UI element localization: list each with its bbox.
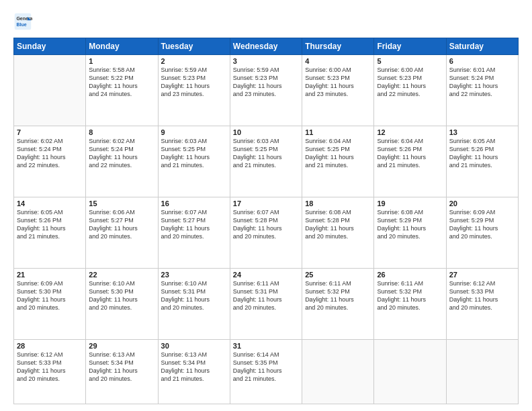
calendar-cell: 11Sunrise: 6:04 AMSunset: 5:25 PMDayligh… [302, 126, 374, 197]
calendar-day-header: Wednesday [230, 38, 302, 55]
day-info: Sunrise: 6:11 AMSunset: 5:31 PMDaylight:… [233, 279, 299, 312]
calendar-cell: 10Sunrise: 6:03 AMSunset: 5:25 PMDayligh… [230, 126, 302, 197]
calendar-week-row: 21Sunrise: 6:09 AMSunset: 5:30 PMDayligh… [14, 268, 519, 339]
day-info: Sunrise: 6:02 AMSunset: 5:24 PMDaylight:… [17, 137, 83, 170]
day-number: 25 [305, 271, 371, 279]
day-info: Sunrise: 6:05 AMSunset: 5:26 PMDaylight:… [449, 137, 515, 170]
calendar-day-header: Monday [86, 38, 158, 55]
day-number: 30 [161, 342, 227, 350]
day-info: Sunrise: 6:03 AMSunset: 5:25 PMDaylight:… [233, 137, 299, 170]
day-number: 29 [89, 342, 154, 350]
calendar-cell: 5Sunrise: 6:00 AMSunset: 5:23 PMDaylight… [374, 55, 446, 126]
logo: General Blue [13, 12, 36, 31]
svg-text:Blue: Blue [16, 22, 26, 27]
calendar-cell: 19Sunrise: 6:08 AMSunset: 5:29 PMDayligh… [374, 197, 446, 268]
day-info: Sunrise: 6:00 AMSunset: 5:23 PMDaylight:… [305, 66, 371, 99]
calendar-day-header: Friday [374, 38, 446, 55]
calendar-cell: 24Sunrise: 6:11 AMSunset: 5:31 PMDayligh… [230, 268, 302, 339]
day-info: Sunrise: 6:13 AMSunset: 5:34 PMDaylight:… [161, 351, 227, 383]
day-number: 6 [449, 57, 515, 65]
day-number: 28 [17, 342, 83, 350]
calendar-header-row: SundayMondayTuesdayWednesdayThursdayFrid… [14, 38, 519, 55]
day-number: 16 [161, 199, 227, 208]
calendar-cell: 4Sunrise: 6:00 AMSunset: 5:23 PMDaylight… [302, 55, 374, 126]
calendar-week-row: 1Sunrise: 5:58 AMSunset: 5:22 PMDaylight… [14, 55, 519, 126]
day-number: 7 [17, 128, 83, 136]
calendar-table: SundayMondayTuesdayWednesdayThursdayFrid… [13, 38, 519, 404]
day-info: Sunrise: 6:02 AMSunset: 5:24 PMDaylight:… [89, 137, 154, 170]
calendar-cell: 27Sunrise: 6:12 AMSunset: 5:33 PMDayligh… [446, 268, 518, 339]
day-number: 22 [89, 271, 154, 279]
calendar-cell: 31Sunrise: 6:14 AMSunset: 5:35 PMDayligh… [230, 339, 302, 404]
calendar-cell: 2Sunrise: 5:59 AMSunset: 5:23 PMDaylight… [158, 55, 230, 126]
calendar-cell: 25Sunrise: 6:11 AMSunset: 5:32 PMDayligh… [302, 268, 374, 339]
calendar-cell: 23Sunrise: 6:10 AMSunset: 5:31 PMDayligh… [158, 268, 230, 339]
day-info: Sunrise: 6:01 AMSunset: 5:24 PMDaylight:… [449, 66, 515, 99]
day-number: 12 [377, 128, 443, 136]
calendar-cell: 6Sunrise: 6:01 AMSunset: 5:24 PMDaylight… [446, 55, 518, 126]
calendar-cell: 22Sunrise: 6:10 AMSunset: 5:30 PMDayligh… [86, 268, 158, 339]
calendar-day-header: Sunday [14, 38, 86, 55]
calendar-cell [446, 339, 518, 404]
day-info: Sunrise: 6:07 AMSunset: 5:27 PMDaylight:… [161, 208, 227, 241]
calendar-cell: 7Sunrise: 6:02 AMSunset: 5:24 PMDaylight… [14, 126, 86, 197]
page: General Blue SundayMondayTuesdayWednesda… [0, 0, 532, 411]
day-info: Sunrise: 6:05 AMSunset: 5:26 PMDaylight:… [17, 208, 83, 241]
day-info: Sunrise: 6:11 AMSunset: 5:32 PMDaylight:… [377, 279, 443, 312]
day-info: Sunrise: 6:09 AMSunset: 5:30 PMDaylight:… [17, 279, 83, 312]
calendar-cell: 15Sunrise: 6:06 AMSunset: 5:27 PMDayligh… [86, 197, 158, 268]
calendar-cell [302, 339, 374, 404]
calendar-week-row: 7Sunrise: 6:02 AMSunset: 5:24 PMDaylight… [14, 126, 519, 197]
day-number: 5 [377, 57, 443, 65]
day-info: Sunrise: 6:10 AMSunset: 5:31 PMDaylight:… [161, 279, 227, 312]
day-info: Sunrise: 6:10 AMSunset: 5:30 PMDaylight:… [89, 279, 154, 312]
day-number: 15 [89, 199, 154, 208]
calendar-day-header: Thursday [302, 38, 374, 55]
day-number: 4 [305, 57, 371, 65]
calendar-cell [374, 339, 446, 404]
day-number: 1 [89, 57, 154, 65]
day-info: Sunrise: 6:00 AMSunset: 5:23 PMDaylight:… [377, 66, 443, 99]
day-number: 14 [17, 199, 83, 208]
day-number: 8 [89, 128, 154, 136]
day-info: Sunrise: 6:03 AMSunset: 5:25 PMDaylight:… [161, 137, 227, 170]
day-number: 13 [449, 128, 515, 136]
day-number: 23 [161, 271, 227, 279]
calendar-day-header: Saturday [446, 38, 518, 55]
day-number: 19 [377, 199, 443, 208]
day-info: Sunrise: 6:04 AMSunset: 5:25 PMDaylight:… [305, 137, 371, 170]
day-info: Sunrise: 5:59 AMSunset: 5:23 PMDaylight:… [161, 66, 227, 99]
calendar-cell: 17Sunrise: 6:07 AMSunset: 5:28 PMDayligh… [230, 197, 302, 268]
calendar-day-header: Tuesday [158, 38, 230, 55]
calendar-cell: 13Sunrise: 6:05 AMSunset: 5:26 PMDayligh… [446, 126, 518, 197]
day-number: 2 [161, 57, 227, 65]
day-number: 31 [233, 342, 299, 350]
day-number: 17 [233, 199, 299, 208]
header: General Blue [13, 12, 519, 31]
day-number: 21 [17, 271, 83, 279]
calendar-cell: 21Sunrise: 6:09 AMSunset: 5:30 PMDayligh… [14, 268, 86, 339]
day-number: 24 [233, 271, 299, 279]
calendar-cell: 18Sunrise: 6:08 AMSunset: 5:28 PMDayligh… [302, 197, 374, 268]
day-number: 27 [449, 271, 515, 279]
day-info: Sunrise: 6:12 AMSunset: 5:33 PMDaylight:… [449, 279, 515, 312]
calendar-cell [14, 55, 86, 126]
logo-icon: General Blue [13, 12, 32, 31]
calendar-cell: 28Sunrise: 6:12 AMSunset: 5:33 PMDayligh… [14, 339, 86, 404]
day-info: Sunrise: 5:59 AMSunset: 5:23 PMDaylight:… [233, 66, 299, 99]
day-number: 11 [305, 128, 371, 136]
day-number: 26 [377, 271, 443, 279]
day-info: Sunrise: 6:07 AMSunset: 5:28 PMDaylight:… [233, 208, 299, 241]
day-info: Sunrise: 6:11 AMSunset: 5:32 PMDaylight:… [305, 279, 371, 312]
calendar-cell: 8Sunrise: 6:02 AMSunset: 5:24 PMDaylight… [86, 126, 158, 197]
calendar-cell: 3Sunrise: 5:59 AMSunset: 5:23 PMDaylight… [230, 55, 302, 126]
day-info: Sunrise: 6:06 AMSunset: 5:27 PMDaylight:… [89, 208, 154, 241]
day-number: 18 [305, 199, 371, 208]
day-info: Sunrise: 6:09 AMSunset: 5:29 PMDaylight:… [449, 208, 515, 241]
calendar-cell: 29Sunrise: 6:13 AMSunset: 5:34 PMDayligh… [86, 339, 158, 404]
day-number: 20 [449, 199, 515, 208]
calendar-cell: 16Sunrise: 6:07 AMSunset: 5:27 PMDayligh… [158, 197, 230, 268]
day-info: Sunrise: 6:08 AMSunset: 5:29 PMDaylight:… [377, 208, 443, 241]
day-info: Sunrise: 6:04 AMSunset: 5:26 PMDaylight:… [377, 137, 443, 170]
calendar-cell: 1Sunrise: 5:58 AMSunset: 5:22 PMDaylight… [86, 55, 158, 126]
